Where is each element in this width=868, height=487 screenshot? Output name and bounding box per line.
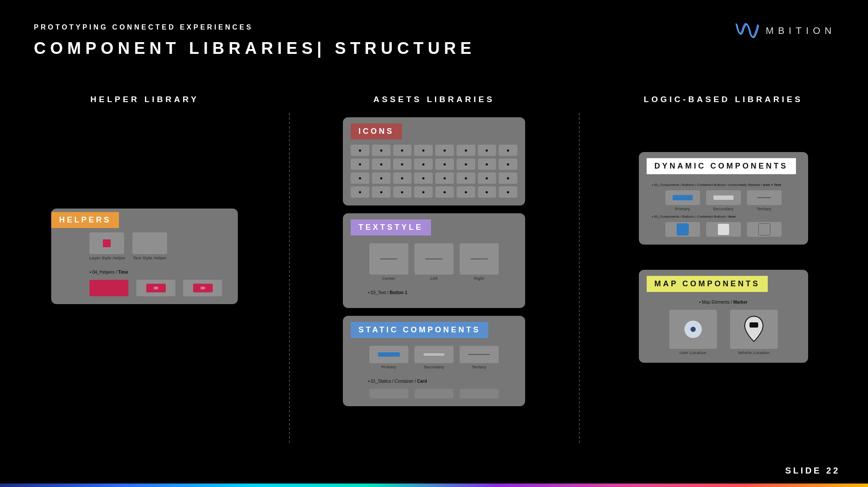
static-components-panel: STATIC COMPONENTS Primary Secondary Tert…: [343, 316, 525, 406]
static-components-label: STATIC COMPONENTS: [351, 322, 488, 338]
column-logic-title: LOGIC-BASED LIBRARIES: [644, 95, 803, 104]
dynamic-breadcrumb-1: • 03_Components / Buttons / Contained Bu…: [652, 183, 800, 187]
textstyle-label: TEXTSTYLE: [351, 219, 431, 235]
user-location-icon: [682, 318, 704, 340]
brand-logo: MBITION: [734, 20, 836, 42]
vehicle-location-icon: [743, 315, 765, 343]
column-assets: ASSETS LIBRARIES ICONS TEXTSTYLE Center …: [289, 87, 579, 452]
static-breadcrumb: • 01_Statics / Container / Card: [368, 379, 517, 384]
map-item: User Location: [669, 351, 717, 355]
footer-accent-bar: [0, 484, 868, 487]
column-logic: LOGIC-BASED LIBRARIES DYNAMIC COMPONENTS…: [579, 87, 868, 452]
helper-item: Text Style Helper: [132, 256, 167, 260]
dynamic-components-label: DYNAMIC COMPONENTS: [647, 158, 796, 174]
mbition-mark-icon: [734, 20, 760, 42]
map-item: Vehicle Location: [730, 351, 778, 355]
svg-point-1: [690, 327, 696, 332]
icons-label: ICONS: [351, 123, 402, 139]
dynamic-components-panel: DYNAMIC COMPONENTS • 03_Components / But…: [639, 152, 808, 245]
slide-number: SLIDE 22: [785, 466, 840, 476]
slide-title: COMPONENT LIBRARIES| STRUCTURE: [34, 39, 476, 58]
brand-logo-text: MBITION: [766, 25, 836, 36]
textstyle-panel: TEXTSTYLE Center Left Right • 03_Text / …: [343, 213, 525, 308]
helpers-breadcrumb: • 04_Helpers / Time: [89, 270, 230, 275]
column-assets-title: ASSETS LIBRARIES: [373, 95, 495, 104]
textstyle-breadcrumb: • 03_Text / Button 1: [368, 290, 517, 295]
helper-item: Layer Style Helper: [89, 256, 125, 260]
icons-grid: [351, 145, 517, 198]
map-components-label: MAP COMPONENTS: [647, 276, 768, 292]
helpers-label: HELPERS: [51, 212, 119, 228]
map-components-panel: MAP COMPONENTS • Map Elements / Marker U…: [639, 270, 808, 363]
map-breadcrumb: • Map Elements / Marker: [647, 300, 800, 305]
column-helper: HELPER LIBRARY HELPERS Layer Style Helpe…: [0, 87, 289, 452]
dynamic-breadcrumb-2: • 03_Components / Buttons / Contained Bu…: [652, 215, 800, 219]
icons-panel: ICONS: [343, 117, 525, 205]
slide-eyebrow: PROTOTYPING CONNECTED EXPERIENCES: [34, 23, 476, 31]
column-helper-title: HELPER LIBRARY: [90, 95, 199, 104]
helpers-panel: HELPERS Layer Style Helper Text Style He…: [51, 209, 238, 304]
svg-rect-2: [750, 322, 758, 328]
